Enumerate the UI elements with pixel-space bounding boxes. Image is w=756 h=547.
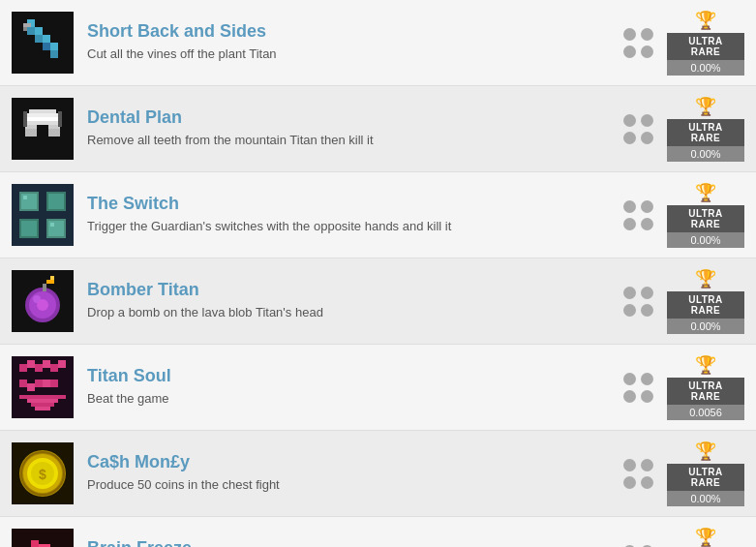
achievement-row-titan-soul[interactable]: Titan Soul Beat the game 🏆 ULTRA RARE 0.… (0, 345, 756, 431)
svg-rect-44 (19, 380, 27, 387)
svg-rect-53 (19, 395, 66, 399)
svg-rect-26 (48, 194, 64, 209)
svg-rect-5 (43, 35, 50, 43)
svg-rect-31 (23, 196, 27, 199)
dot-1 (623, 459, 636, 471)
achievement-icon-cash-money: $ (12, 442, 74, 504)
achievement-row-brain-freeze[interactable]: Brain Freeze Kill the brain with a flami… (0, 517, 756, 547)
achievement-title-brain-freeze: Brain Freeze (87, 538, 623, 547)
rarity-badge-cash-money: ULTRA RARE (667, 464, 744, 491)
svg-rect-9 (23, 23, 31, 27)
achievement-rarity-the-switch: 🏆 ULTRA RARE 0.00% (667, 182, 744, 248)
svg-rect-47 (43, 360, 50, 368)
dot-1 (623, 200, 636, 213)
svg-text:$: $ (39, 467, 46, 482)
dot-3 (623, 304, 636, 317)
achievement-rarity-dental-plan: 🏆 ULTRA RARE 0.00% (667, 96, 744, 162)
achievement-dots-short-back-and-sides (623, 28, 653, 58)
svg-rect-39 (50, 276, 54, 280)
svg-rect-28 (21, 221, 37, 236)
dot-4 (641, 476, 653, 489)
achievement-title-titan-soul: Titan Soul (87, 366, 623, 386)
dot-2 (641, 287, 653, 299)
achievement-title-bomber-titan: Bomber Titan (87, 280, 623, 300)
trophy-icon-bomber-titan: 🏆 (695, 268, 716, 289)
achievement-info-short-back-and-sides: Short Back and Sides Cut all the vines o… (87, 21, 623, 63)
svg-rect-8 (50, 50, 58, 58)
dot-3 (623, 390, 636, 403)
svg-rect-37 (43, 284, 46, 291)
svg-rect-7 (50, 43, 58, 50)
achievement-icon-bomber-titan (12, 270, 74, 332)
dot-4 (641, 304, 653, 317)
achievement-title-short-back-and-sides: Short Back and Sides (87, 21, 623, 42)
rarity-percent-short-back-and-sides: 0.00% (667, 60, 744, 76)
achievement-row-bomber-titan[interactable]: Bomber Titan Drop a bomb on the lava blo… (0, 258, 756, 345)
achievement-row-the-switch[interactable]: The Switch Trigger the Guardian's switch… (0, 172, 756, 258)
trophy-icon-titan-soul: 🏆 (695, 354, 716, 376)
rarity-badge-the-switch: ULTRA RARE (667, 205, 744, 232)
dot-4 (641, 218, 653, 230)
achievement-title-dental-plan: Dental Plan (87, 107, 623, 128)
svg-rect-2 (27, 27, 35, 35)
svg-rect-13 (25, 113, 60, 117)
dot-3 (623, 218, 636, 230)
achievement-desc-short-back-and-sides: Cut all the vines off the plant Titan (87, 46, 623, 63)
svg-rect-20 (23, 111, 27, 127)
svg-rect-10 (23, 27, 27, 31)
svg-rect-48 (35, 380, 43, 387)
achievement-desc-cash-money: Produce 50 coins in the chest fight (87, 476, 623, 494)
svg-rect-66 (31, 540, 39, 547)
achievement-icon-short-back-and-sides (12, 12, 74, 74)
rarity-percent-dental-plan: 0.00% (667, 146, 744, 162)
svg-rect-19 (48, 129, 60, 137)
achievement-row-short-back-and-sides[interactable]: Short Back and Sides Cut all the vines o… (0, 0, 756, 86)
dot-2 (641, 28, 653, 41)
svg-rect-56 (35, 407, 50, 410)
achievement-rarity-short-back-and-sides: 🏆 ULTRA RARE 0.00% (667, 10, 744, 76)
dot-1 (623, 373, 636, 385)
achievement-icon-titan-soul (12, 356, 74, 418)
achievement-rarity-bomber-titan: 🏆 ULTRA RARE 0.00% (667, 268, 744, 334)
svg-rect-18 (25, 129, 37, 137)
achievement-dots-the-switch (623, 200, 653, 230)
achievement-icon-brain-freeze (12, 529, 74, 547)
svg-rect-6 (43, 43, 50, 50)
rarity-badge-bomber-titan: ULTRA RARE (667, 291, 744, 319)
achievement-dots-bomber-titan (623, 287, 653, 317)
rarity-badge-dental-plan: ULTRA RARE (667, 119, 744, 146)
achievement-info-the-switch: The Switch Trigger the Guardian's switch… (87, 194, 623, 235)
achievement-info-brain-freeze: Brain Freeze Kill the brain with a flami… (87, 538, 623, 547)
dot-1 (623, 28, 636, 41)
svg-rect-49 (43, 380, 50, 387)
trophy-icon-the-switch: 🏆 (695, 182, 716, 203)
achievement-desc-dental-plan: Remove all teeth from the mountain Titan… (87, 132, 623, 149)
dot-4 (641, 132, 653, 144)
svg-rect-51 (58, 360, 66, 368)
achievement-row-cash-money[interactable]: $ Ca$h Mon£y Produce 50 coins in the che… (0, 431, 756, 517)
achievement-title-the-switch: The Switch (87, 194, 623, 214)
rarity-badge-titan-soul: ULTRA RARE (667, 378, 744, 405)
svg-rect-46 (35, 364, 43, 372)
svg-rect-55 (31, 403, 54, 407)
svg-rect-11 (12, 98, 74, 160)
dot-2 (641, 114, 653, 127)
achievement-title-cash-money: Ca$h Mon£y (87, 452, 623, 472)
dot-1 (623, 114, 636, 127)
svg-rect-32 (50, 223, 54, 227)
rarity-percent-bomber-titan: 0.00% (667, 319, 744, 334)
svg-rect-50 (50, 364, 58, 372)
achievement-row-dental-plan[interactable]: Dental Plan Remove all teeth from the mo… (0, 86, 756, 172)
achievement-icon-the-switch (12, 184, 74, 246)
svg-rect-15 (25, 121, 60, 125)
svg-rect-3 (35, 27, 43, 35)
achievement-dots-titan-soul (623, 373, 653, 403)
achievement-desc-bomber-titan: Drop a bomb on the lava blob Titan's hea… (87, 304, 623, 321)
trophy-icon-cash-money: 🏆 (695, 441, 716, 462)
svg-rect-21 (58, 111, 62, 127)
rarity-percent-the-switch: 0.00% (667, 232, 744, 248)
dot-2 (641, 459, 653, 471)
svg-rect-12 (29, 109, 56, 113)
achievement-info-titan-soul: Titan Soul Beat the game (87, 366, 623, 408)
dot-1 (623, 287, 636, 299)
